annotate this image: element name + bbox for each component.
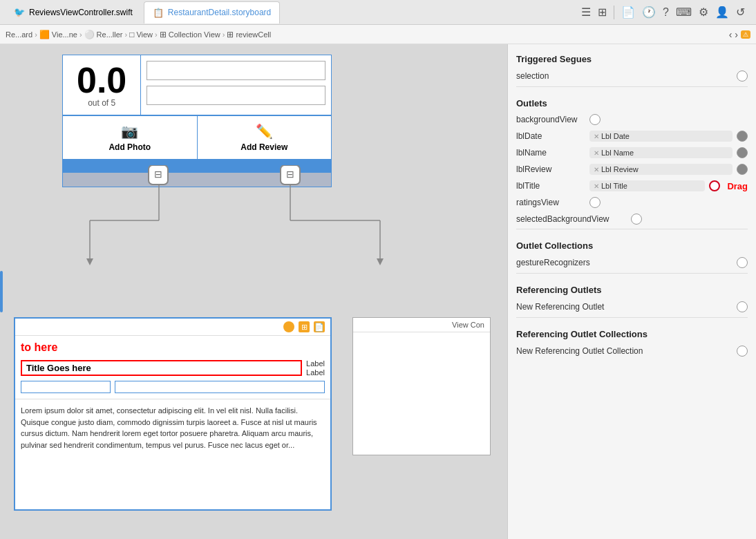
prototype-cell-container: 0.0 out of 5 📷 Add Photo ✏️ A bbox=[35, 55, 311, 187]
rating-area: 0.0 out of 5 bbox=[63, 55, 141, 115]
x-icon-review[interactable]: ✕ bbox=[594, 166, 599, 173]
breadcrumb-view[interactable]: □ View bbox=[129, 30, 153, 39]
cell-top: 0.0 out of 5 bbox=[63, 55, 331, 115]
to-here-area: to here bbox=[15, 339, 330, 357]
nav-forward-arrow[interactable]: › bbox=[735, 29, 738, 40]
tab-storyboard-label: RestaurantDetail.storyboard bbox=[168, 8, 271, 17]
view-con-header: View Con bbox=[353, 318, 490, 332]
divider-3 bbox=[516, 273, 748, 274]
breadcrumb-text-3: Re...ller bbox=[97, 30, 123, 39]
sub-box-2 bbox=[115, 381, 325, 393]
add-review-button[interactable]: ✏️ Add Review bbox=[198, 116, 332, 159]
breadcrumb-re-ard[interactable]: Re...ard bbox=[6, 30, 32, 39]
blue-highlight-bar bbox=[63, 159, 331, 173]
doc-icon[interactable]: 📄 bbox=[621, 6, 635, 19]
view-icon: □ bbox=[129, 30, 134, 39]
outlet-circle-bg[interactable] bbox=[589, 114, 601, 125]
ref-outlet-indicator[interactable] bbox=[737, 301, 748, 312]
rating-number: 0.0 bbox=[77, 62, 126, 98]
outlet-background-view: backgroundView bbox=[508, 111, 756, 128]
outlet-circle-date[interactable] bbox=[737, 131, 748, 142]
sep1: › bbox=[35, 30, 37, 39]
rating-sub: out of 5 bbox=[88, 98, 115, 108]
outlet-ratings-view: ratingsView bbox=[508, 194, 756, 211]
new-ref-outlet-row: New Referencing Outlet bbox=[508, 298, 756, 316]
to-here-label: to here bbox=[21, 341, 57, 353]
storyboard-canvas[interactable]: 0.0 out of 5 📷 Add Photo ✏️ A bbox=[0, 44, 507, 539]
breadcrumb-re-ller[interactable]: ⚪ Re...ller bbox=[84, 30, 123, 39]
outlet-lbl-date: lblDate ✕ Lbl Date bbox=[508, 128, 756, 144]
x-icon-date[interactable]: ✕ bbox=[594, 133, 599, 140]
breadcrumb-collection-view[interactable]: ⊞ Collection View bbox=[160, 30, 220, 39]
breadcrumb-text-6: reviewCell bbox=[236, 30, 271, 39]
outlet-circle-name[interactable] bbox=[737, 147, 748, 158]
outlet-circle-ratings[interactable] bbox=[589, 197, 601, 208]
breadcrumb-vie-ne[interactable]: 🟧 Vie...ne bbox=[39, 30, 77, 39]
selection-indicator[interactable] bbox=[737, 70, 748, 82]
segue-row-selection: selection bbox=[508, 67, 756, 85]
sub-box-1 bbox=[21, 381, 111, 393]
orange-circle-icon bbox=[283, 321, 294, 332]
cell-icon: ⊞ bbox=[227, 30, 234, 39]
ref-outlet-collections-header: Referencing Outlet Collections bbox=[508, 322, 756, 342]
cell-box: 0.0 out of 5 📷 Add Photo ✏️ A bbox=[62, 55, 332, 187]
outlet-name-selbg: selectedBackgroundView bbox=[516, 214, 627, 224]
name-placeholder bbox=[147, 86, 325, 105]
outlet-circle-title[interactable] bbox=[709, 180, 720, 191]
camera-icon: 📷 bbox=[121, 123, 138, 140]
outlet-circle-selbg[interactable] bbox=[631, 214, 642, 225]
outlet-lbl-review: lblReview ✕ Lbl Review bbox=[508, 161, 756, 178]
question-icon[interactable]: ? bbox=[663, 6, 669, 19]
gesture-indicator[interactable] bbox=[737, 257, 748, 268]
outlet-target-name: Lbl Name bbox=[601, 149, 634, 157]
outlet-target-title: Lbl Title bbox=[601, 182, 627, 190]
breadcrumb-text-4: View bbox=[136, 30, 153, 39]
connector-arrows: ⊟ ⊟ bbox=[0, 165, 484, 317]
gesture-recognizers-row: gestureRecognizers bbox=[508, 254, 756, 272]
orange-icon-1: 🟧 bbox=[39, 30, 50, 39]
add-review-label: Add Review bbox=[240, 142, 287, 152]
tab-storyboard[interactable]: 📋 RestaurantDetail.storyboard bbox=[144, 1, 280, 23]
tab-swift-label: ReviewsViewController.swift bbox=[29, 8, 133, 17]
main-area: 0.0 out of 5 📷 Add Photo ✏️ A bbox=[0, 44, 756, 539]
add-photo-label: Add Photo bbox=[108, 142, 151, 152]
breadcrumb: Re...ard › 🟧 Vie...ne › ⚪ Re...ller › □ … bbox=[0, 25, 756, 44]
tab-swift[interactable]: 🐦 ReviewsViewController.swift bbox=[6, 1, 141, 23]
outlet-name-date: lblDate bbox=[516, 131, 585, 141]
breadcrumb-review-cell[interactable]: ⊞ reviewCell bbox=[227, 30, 271, 39]
stars-placeholder bbox=[147, 61, 325, 80]
outlet-target-date: Lbl Date bbox=[601, 132, 630, 140]
warning-badge: ⚠ bbox=[741, 30, 750, 39]
label-2: Label bbox=[306, 368, 325, 377]
pencil-icon: ✏️ bbox=[256, 123, 273, 140]
right-bottom-view: View Con bbox=[352, 317, 491, 455]
sliders-icon[interactable]: ⚙ bbox=[699, 6, 708, 19]
stars-name-area bbox=[141, 55, 331, 115]
sep4: › bbox=[155, 30, 158, 39]
clock-icon[interactable]: 🕐 bbox=[642, 6, 656, 19]
grid-icon[interactable]: ⊞ bbox=[598, 6, 607, 19]
add-photo-button[interactable]: 📷 Add Photo bbox=[63, 116, 198, 159]
nav-back-arrow[interactable]: ‹ bbox=[729, 29, 733, 40]
outlet-name-bg: backgroundView bbox=[516, 115, 585, 124]
ref-outlet-col-indicator[interactable] bbox=[737, 346, 748, 357]
buttons-row: 📷 Add Photo ✏️ Add Review bbox=[63, 115, 331, 159]
outlet-name-review: lblReview bbox=[516, 164, 585, 174]
person-icon[interactable]: 👤 bbox=[715, 6, 729, 19]
scroll-indicator bbox=[0, 271, 3, 312]
outlet-name-title: lblTitle bbox=[516, 181, 585, 191]
sub-row bbox=[15, 379, 330, 395]
refresh-icon[interactable]: ↺ bbox=[736, 6, 745, 19]
new-ref-outlet-collection-row: New Referencing Outlet Collection bbox=[508, 342, 756, 360]
divider-4 bbox=[516, 317, 748, 318]
new-ref-outlet-collection-label: New Referencing Outlet Collection bbox=[516, 346, 731, 356]
title-input-box[interactable]: Title Goes here bbox=[21, 360, 302, 376]
lines-icon[interactable]: ☰ bbox=[581, 6, 591, 19]
gesture-recognizers-label: gestureRecognizers bbox=[516, 258, 731, 267]
outlet-connector-name: ✕ Lbl Name bbox=[589, 147, 733, 158]
x-icon-name[interactable]: ✕ bbox=[594, 149, 599, 157]
outlet-circle-review[interactable] bbox=[737, 164, 748, 175]
x-icon-title[interactable]: ✕ bbox=[594, 182, 599, 190]
lorem-text: Lorem ipsum dolor sit amet, consectetur … bbox=[15, 399, 330, 456]
keyboard-icon[interactable]: ⌨ bbox=[676, 6, 692, 19]
